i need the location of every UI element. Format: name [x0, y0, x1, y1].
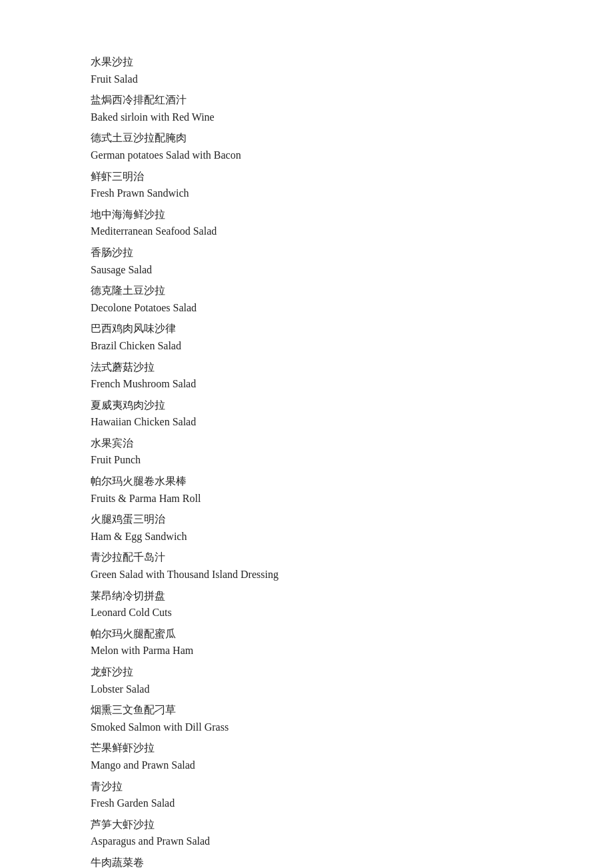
menu-item: 水果宾治Fruit Punch — [91, 435, 522, 469]
chinese-name: 水果沙拉 — [91, 53, 522, 71]
chinese-name: 水果宾治 — [91, 435, 522, 452]
chinese-name: 芒果鲜虾沙拉 — [91, 739, 522, 757]
menu-item: 牛肉蔬菜卷Vegetable & Beef Roll — [91, 854, 522, 868]
menu-item: 盐焗西冷排配红酒汁Baked sirloin with Red Wine — [91, 91, 522, 125]
chinese-name: 龙虾沙拉 — [91, 663, 522, 681]
menu-item: 巴西鸡肉风味沙律Brazil Chicken Salad — [91, 320, 522, 354]
english-name: German potatoes Salad with Bacon — [91, 147, 522, 164]
menu-item: 德克隆土豆沙拉Decolone Potatoes Salad — [91, 282, 522, 316]
chinese-name: 鲜虾三明治 — [91, 168, 522, 185]
english-name: Hawaiian Chicken Salad — [91, 413, 522, 431]
english-name: Baked sirloin with Red Wine — [91, 109, 522, 126]
english-name: Fruits & Parma Ham Roll — [91, 490, 522, 507]
menu-item: 火腿鸡蛋三明治Ham & Egg Sandwich — [91, 511, 522, 545]
chinese-name: 莱昂纳冷切拼盘 — [91, 587, 522, 605]
english-name: Melon with Parma Ham — [91, 642, 522, 659]
menu-item: 青沙拉配千岛汁Green Salad with Thousand Island … — [91, 549, 522, 583]
chinese-name: 牛肉蔬菜卷 — [91, 854, 522, 868]
menu-item: 水果沙拉Fruit Salad — [91, 53, 522, 87]
chinese-name: 巴西鸡肉风味沙律 — [91, 320, 522, 337]
menu-item: 龙虾沙拉Lobster Salad — [91, 663, 522, 697]
english-name: Asparagus and Prawn Salad — [91, 833, 522, 850]
chinese-name: 芦笋大虾沙拉 — [91, 816, 522, 833]
english-name: Fruit Punch — [91, 451, 522, 469]
menu-list: 水果沙拉Fruit Salad盐焗西冷排配红酒汁Baked sirloin wi… — [91, 53, 522, 868]
menu-item: 鲜虾三明治Fresh Prawn Sandwich — [91, 168, 522, 202]
english-name: Smoked Salmon with Dill Grass — [91, 719, 522, 736]
chinese-name: 帕尔玛火腿配蜜瓜 — [91, 625, 522, 643]
english-name: Leonard Cold Cuts — [91, 604, 522, 621]
chinese-name: 德克隆土豆沙拉 — [91, 282, 522, 299]
chinese-name: 帕尔玛火腿卷水果棒 — [91, 473, 522, 490]
chinese-name: 夏威夷鸡肉沙拉 — [91, 397, 522, 414]
chinese-name: 香肠沙拉 — [91, 244, 522, 261]
english-name: Fresh Garden Salad — [91, 795, 522, 812]
menu-item: 芦笋大虾沙拉Asparagus and Prawn Salad — [91, 816, 522, 850]
chinese-name: 青沙拉 — [91, 778, 522, 795]
chinese-name: 青沙拉配千岛汁 — [91, 549, 522, 566]
chinese-name: 德式土豆沙拉配腌肉 — [91, 129, 522, 147]
english-name: Green Salad with Thousand Island Dressin… — [91, 566, 522, 583]
english-name: Sausage Salad — [91, 261, 522, 279]
chinese-name: 盐焗西冷排配红酒汁 — [91, 91, 522, 109]
menu-item: 帕尔玛火腿配蜜瓜Melon with Parma Ham — [91, 625, 522, 659]
english-name: French Mushroom Salad — [91, 375, 522, 393]
chinese-name: 地中海海鲜沙拉 — [91, 206, 522, 223]
menu-item: 德式土豆沙拉配腌肉German potatoes Salad with Baco… — [91, 129, 522, 163]
menu-item: 青沙拉Fresh Garden Salad — [91, 778, 522, 812]
menu-item: 烟熏三文鱼配刁草Smoked Salmon with Dill Grass — [91, 701, 522, 735]
english-name: Brazil Chicken Salad — [91, 337, 522, 355]
menu-item: 法式蘑菇沙拉French Mushroom Salad — [91, 359, 522, 393]
menu-item: 帕尔玛火腿卷水果棒Fruits & Parma Ham Roll — [91, 473, 522, 507]
english-name: Ham & Egg Sandwich — [91, 528, 522, 545]
english-name: Fruit Salad — [91, 71, 522, 88]
chinese-name: 火腿鸡蛋三明治 — [91, 511, 522, 528]
english-name: Fresh Prawn Sandwich — [91, 185, 522, 202]
menu-item: 地中海海鲜沙拉Mediterranean Seafood Salad — [91, 206, 522, 240]
menu-item: 莱昂纳冷切拼盘Leonard Cold Cuts — [91, 587, 522, 621]
english-name: Decolone Potatoes Salad — [91, 299, 522, 317]
menu-item: 香肠沙拉Sausage Salad — [91, 244, 522, 278]
english-name: Lobster Salad — [91, 681, 522, 698]
chinese-name: 法式蘑菇沙拉 — [91, 359, 522, 376]
english-name: Mango and Prawn Salad — [91, 757, 522, 774]
menu-item: 芒果鲜虾沙拉Mango and Prawn Salad — [91, 739, 522, 773]
menu-item: 夏威夷鸡肉沙拉Hawaiian Chicken Salad — [91, 397, 522, 431]
chinese-name: 烟熏三文鱼配刁草 — [91, 701, 522, 719]
english-name: Mediterranean Seafood Salad — [91, 223, 522, 240]
